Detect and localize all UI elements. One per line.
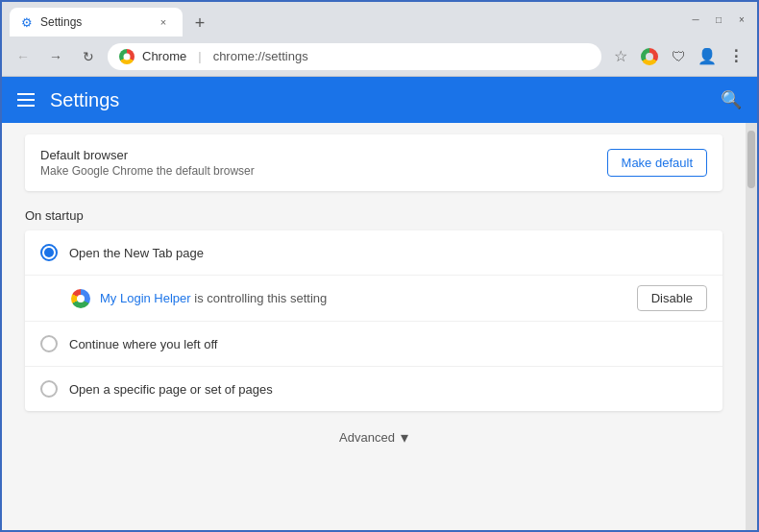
default-browser-text-group: Default browser Make Google Chrome the d… — [40, 148, 255, 178]
settings-search-button[interactable]: 🔍 — [721, 89, 742, 110]
tab-area: ⚙ Settings × + — [10, 2, 688, 36]
settings-header-bar: Settings 🔍 — [2, 77, 757, 123]
make-default-button[interactable]: Make default — [607, 149, 707, 177]
extension-icon — [71, 289, 90, 308]
profile-icon: 👤 — [698, 47, 717, 65]
url-separator: | — [198, 49, 201, 63]
extension-warning-row: My Login Helper is controlling this sett… — [25, 276, 722, 322]
default-browser-description: Make Google Chrome the default browser — [40, 164, 255, 178]
menu-icon: ⋮ — [728, 47, 745, 65]
new-tab-button[interactable]: + — [186, 10, 213, 36]
shield-icon: 🛡 — [672, 48, 686, 64]
scrollbar-thumb[interactable] — [747, 131, 755, 188]
advanced-label: Advanced — [339, 430, 395, 445]
advanced-chevron-icon: ▾ — [401, 428, 408, 447]
window-frame: ⚙ Settings × + ─ □ × ← → ↻ Chrome | chro… — [0, 0, 759, 532]
startup-option-new-tab[interactable]: Open the New Tab page — [25, 230, 722, 276]
content-area: Default browser Make Google Chrome the d… — [2, 123, 757, 530]
bookmark-button[interactable]: ☆ — [607, 43, 634, 70]
on-startup-section-label: On startup — [2, 199, 746, 230]
hamburger-menu-button[interactable] — [17, 93, 35, 107]
default-browser-label: Default browser — [40, 148, 255, 162]
radio-continue[interactable] — [40, 335, 58, 352]
radio-specific-page[interactable] — [40, 380, 58, 398]
maximize-button[interactable]: □ — [711, 12, 726, 27]
star-icon: ☆ — [614, 47, 627, 65]
toolbar-icons: ☆ 🛡 👤 ⋮ — [607, 43, 749, 70]
window-controls: ─ □ × — [688, 12, 749, 27]
address-input[interactable]: Chrome | chrome://settings — [108, 43, 601, 70]
settings-tab[interactable]: ⚙ Settings × — [10, 8, 183, 36]
tab-favicon: ⚙ — [21, 15, 33, 30]
chrome-button[interactable] — [636, 43, 663, 70]
main-content: Default browser Make Google Chrome the d… — [2, 123, 746, 530]
site-name: Chrome — [142, 49, 186, 63]
extension-name-link[interactable]: My Login Helper — [100, 291, 191, 305]
settings-page-title: Settings — [50, 89, 705, 111]
shield-button[interactable]: 🛡 — [665, 43, 692, 70]
minimize-button[interactable]: ─ — [688, 12, 703, 27]
startup-option-new-tab-label: Open the New Tab page — [69, 246, 204, 260]
close-button[interactable]: × — [734, 12, 749, 27]
advanced-section[interactable]: Advanced ▾ — [2, 411, 746, 464]
forward-button[interactable]: → — [42, 43, 69, 70]
back-button[interactable]: ← — [10, 43, 37, 70]
default-browser-section: Default browser Make Google Chrome the d… — [25, 134, 722, 191]
startup-option-specific-page-label: Open a specific page or set of pages — [69, 382, 273, 397]
tab-close-button[interactable]: × — [156, 14, 171, 30]
startup-option-continue[interactable]: Continue where you left off — [25, 322, 722, 367]
extension-text: My Login Helper is controlling this sett… — [100, 291, 627, 305]
title-bar: ⚙ Settings × + ─ □ × — [2, 2, 757, 36]
tab-label: Settings — [40, 15, 82, 29]
scrollbar[interactable] — [746, 123, 757, 530]
startup-option-specific-page[interactable]: Open a specific page or set of pages — [25, 367, 722, 411]
url-text: chrome://settings — [213, 49, 308, 63]
profile-button[interactable]: 👤 — [694, 43, 721, 70]
address-bar: ← → ↻ Chrome | chrome://settings ☆ 🛡 — [2, 36, 757, 77]
extension-controlling-text: is controlling this setting — [191, 291, 328, 305]
disable-extension-button[interactable]: Disable — [637, 285, 707, 311]
chrome-icon — [641, 48, 658, 65]
startup-option-continue-label: Continue where you left off — [69, 337, 217, 351]
menu-button[interactable]: ⋮ — [722, 43, 749, 70]
site-favicon — [119, 49, 135, 64]
radio-new-tab[interactable] — [40, 244, 58, 261]
startup-options-card: Open the New Tab page My Login Helper is… — [25, 230, 722, 411]
refresh-button[interactable]: ↻ — [75, 43, 102, 70]
